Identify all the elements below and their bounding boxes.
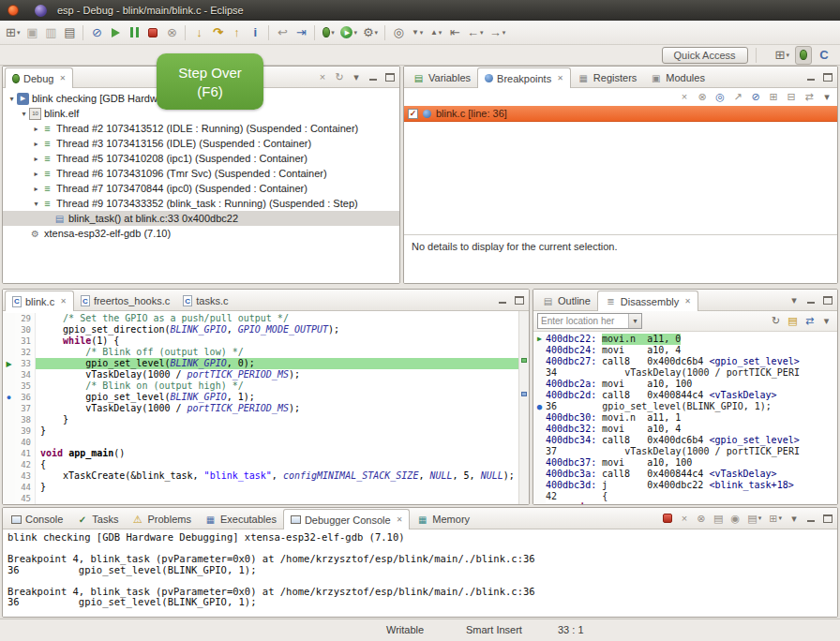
disassembly-line[interactable]: 42 {	[533, 491, 837, 502]
dropdown-arrow-icon[interactable]: ▾	[758, 514, 762, 522]
line-number[interactable]: 30	[15, 324, 36, 335]
code-text[interactable]: /* Blink off (output low) */	[36, 347, 529, 358]
disassembly-line[interactable]: app_main:	[533, 502, 837, 504]
marker-gutter[interactable]	[3, 313, 15, 324]
location-input[interactable]	[538, 315, 628, 327]
disassembly-settings-button[interactable]: ▾	[819, 313, 833, 329]
close-tab-icon[interactable]: ✕	[397, 515, 403, 524]
code-text[interactable]: while(1) {	[36, 335, 529, 347]
breakpoints-view-menu-button[interactable]: ▾	[820, 90, 833, 104]
line-number[interactable]: 40	[15, 437, 36, 448]
maximize-view-button[interactable]	[383, 69, 397, 84]
dropdown-arrow-icon[interactable]: ▾	[786, 52, 789, 59]
line-number[interactable]: 35	[15, 380, 36, 392]
close-window-button[interactable]	[8, 5, 19, 16]
dropdown-arrow-icon[interactable]: ▾	[17, 29, 21, 37]
disassembly-line[interactable]: 400dbc37:movi a10, 100	[533, 457, 837, 469]
dropdown-arrow-icon[interactable]: ▾	[502, 29, 506, 37]
breakpoint-checkbox[interactable]: ✓	[408, 109, 418, 119]
terminate-console-button[interactable]	[661, 511, 674, 526]
debug-tree-item[interactable]: ▸Thread #7 1073470844 (ipc0) (Suspended …	[3, 181, 399, 196]
drop-to-frame-button[interactable]: ↩	[274, 23, 291, 42]
save-button[interactable]: ▣	[23, 23, 40, 42]
minimize-view-button[interactable]	[804, 511, 818, 526]
code-text[interactable]: gpio_set_direction(BLINK_GPIO, GPIO_MODE…	[36, 324, 529, 335]
line-number[interactable]: 33	[15, 358, 36, 369]
tree-expander-icon[interactable]: ▾	[31, 200, 41, 208]
step-into-button[interactable]: ↓	[190, 23, 207, 42]
disassembly-line[interactable]: 400dbc3a:call8 0x400844c4 <vTaskDelay>	[533, 469, 837, 480]
next-annotation-button[interactable]: ▼▾	[409, 23, 426, 42]
remove-all-terminated-button[interactable]: ×	[316, 69, 329, 84]
last-edit-location-button[interactable]: ⇤	[446, 23, 463, 42]
remove-all-breakpoints-button[interactable]: ⊗	[696, 90, 709, 104]
dropdown-arrow-icon[interactable]: ▾	[420, 29, 424, 37]
marker-gutter[interactable]	[3, 482, 15, 493]
maximize-view-button[interactable]	[821, 69, 834, 84]
resume-button[interactable]	[107, 23, 124, 42]
close-tab-icon[interactable]: ✕	[59, 74, 66, 82]
dropdown-arrow-icon[interactable]: ▾	[778, 514, 782, 522]
line-number[interactable]: 44	[15, 482, 36, 493]
debug-button[interactable]: ▾	[320, 23, 337, 42]
code-text[interactable]: vTaskDelay(1000 / portTICK_PERIOD_MS);	[36, 369, 529, 380]
print-button[interactable]: ▤	[61, 23, 78, 42]
line-number[interactable]: 42	[15, 459, 36, 470]
disassembly-line[interactable]: 36 gpio_set_level(BLINK_GPIO, 1);	[533, 401, 837, 412]
run-button[interactable]: ▾	[338, 23, 359, 42]
marker-gutter[interactable]	[3, 414, 15, 425]
marker-gutter[interactable]	[3, 425, 15, 437]
code-line[interactable]: 29 /* Set the GPIO as a push/pull output…	[3, 313, 529, 324]
save-all-button[interactable]: ▥	[42, 23, 59, 42]
debug-perspective-button[interactable]	[795, 46, 812, 65]
tab-tasks-c[interactable]: tasks.c	[176, 291, 234, 310]
line-number[interactable]: 31	[15, 335, 36, 347]
refresh-disassembly-button[interactable]: ↻	[769, 313, 783, 329]
marker-gutter[interactable]	[3, 470, 15, 482]
overview-ruler[interactable]	[518, 311, 529, 504]
sync-with-debug-button[interactable]: ⇄	[802, 313, 817, 329]
dropdown-arrow-icon[interactable]: ▾	[331, 29, 335, 37]
tree-expander-icon[interactable]: ▸	[31, 185, 41, 193]
tree-expander-icon[interactable]: ▸	[31, 140, 41, 148]
remove-launch-button[interactable]: ×	[678, 511, 691, 526]
disassembly-line[interactable]: 400dbc27:call8 0x400dc6b4 <gpio_set_leve…	[533, 356, 837, 367]
code-line[interactable]: 35 /* Blink on (output high) */	[3, 380, 529, 392]
instruction-pointer-icon[interactable]	[3, 358, 15, 369]
suspend-button[interactable]	[126, 23, 142, 42]
tab-registers[interactable]: Registers	[571, 68, 643, 87]
previous-annotation-button[interactable]: ▲▾	[428, 23, 444, 42]
tab-problems[interactable]: Problems	[125, 510, 197, 529]
debug-tree-item[interactable]: ▸Thread #6 1073431096 (Tmr Svc) (Suspend…	[3, 166, 399, 181]
line-number[interactable]: 29	[15, 313, 36, 324]
code-line[interactable]: 41void app_main()	[3, 448, 529, 459]
disassembly-line[interactable]: 400dbc32:movi a10, 4	[533, 424, 837, 435]
marker-gutter[interactable]	[3, 437, 15, 448]
tab-debug[interactable]: Debug✕	[5, 67, 73, 88]
tree-expander-icon[interactable]: ▸	[31, 170, 41, 178]
maximize-view-button[interactable]	[821, 511, 834, 526]
minimize-view-button[interactable]	[367, 69, 380, 84]
tab-variables[interactable]: Variables	[406, 68, 477, 87]
marker-gutter[interactable]	[3, 403, 15, 414]
new-button[interactable]: ⊞▾	[4, 23, 22, 42]
tree-expander-icon[interactable]: ▾	[19, 110, 29, 118]
code-line[interactable]: 43 xTaskCreate(&blink_task, "blink_task"…	[3, 470, 529, 482]
code-line[interactable]: 42{	[3, 459, 529, 470]
code-text[interactable]: }	[36, 425, 529, 437]
code-text[interactable]: /* Blink on (output high) */	[36, 380, 529, 392]
console-view-menu-button[interactable]: ▾	[788, 511, 801, 526]
tab-executables[interactable]: Executables	[198, 510, 283, 529]
search-button[interactable]: ◎	[390, 23, 407, 42]
debug-tree-item[interactable]: ▸Thread #3 1073413156 (IDLE) (Suspended …	[3, 136, 399, 151]
marker-gutter[interactable]	[3, 459, 15, 470]
tree-expander-icon[interactable]: ▾	[7, 95, 17, 103]
tab-memory[interactable]: Memory	[410, 510, 476, 529]
line-number[interactable]: 39	[15, 425, 36, 437]
code-text[interactable]: /* Set the GPIO as a push/pull output */	[36, 313, 529, 324]
tab-disassembly[interactable]: Disassembly✕	[597, 291, 698, 311]
marker-gutter[interactable]	[3, 324, 15, 335]
marker-gutter[interactable]	[3, 369, 15, 380]
dropdown-arrow-icon[interactable]: ▾	[353, 29, 357, 37]
tab-debugger-console[interactable]: Debugger Console✕	[283, 509, 410, 529]
